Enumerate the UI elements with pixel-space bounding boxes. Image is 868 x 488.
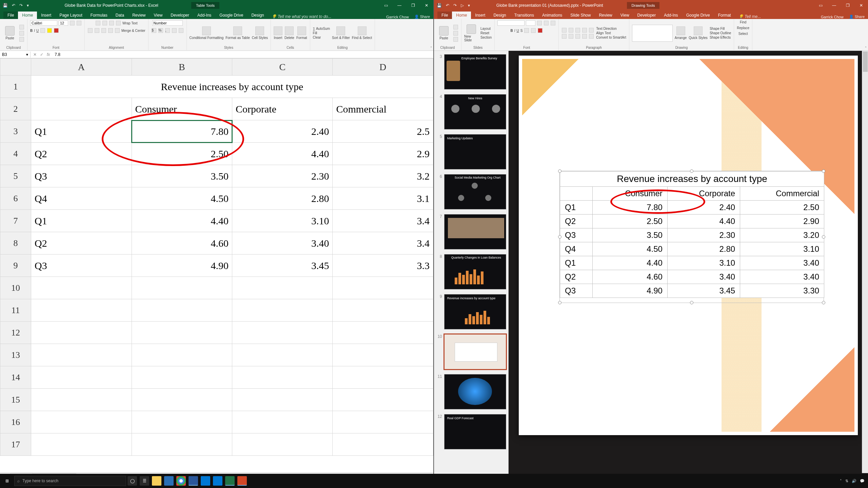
mail-icon[interactable] [201, 476, 210, 486]
tab-file[interactable]: File [3, 12, 18, 19]
font-color-icon[interactable] [538, 28, 542, 33]
text-direction-button[interactable]: Text Direction [596, 27, 626, 30]
row-8[interactable]: 8 [0, 232, 31, 255]
undo-icon[interactable]: ↶ [446, 3, 449, 8]
dec-decimal-icon[interactable] [179, 28, 183, 33]
insert-cells-button[interactable]: Insert [274, 26, 282, 40]
fx-icon[interactable]: fx [47, 52, 50, 57]
number-format-select[interactable] [152, 20, 183, 26]
arrange-button[interactable]: Arrange [675, 26, 687, 40]
increase-indent-icon[interactable] [115, 28, 120, 33]
font-name-input[interactable] [30, 20, 57, 26]
qat-more-icon[interactable]: ▾ [27, 3, 29, 8]
tab-data[interactable]: Data [112, 12, 128, 19]
columns-icon[interactable] [589, 34, 594, 39]
col-A[interactable]: A [31, 59, 132, 76]
grow-font-icon[interactable] [537, 21, 542, 25]
numbering-icon[interactable] [569, 28, 573, 33]
resize-handle[interactable] [558, 235, 561, 239]
formula-input[interactable]: 7.8 [53, 52, 433, 58]
clear-formatting-icon[interactable] [551, 21, 555, 25]
action-center-icon[interactable]: 💬 [860, 479, 865, 483]
close-button[interactable]: ✕ [854, 0, 868, 11]
cut-icon[interactable] [453, 25, 458, 29]
file-explorer-icon[interactable] [152, 476, 161, 486]
store-icon[interactable] [164, 476, 174, 486]
fill-color-icon[interactable] [47, 28, 52, 33]
resize-handle[interactable] [822, 235, 825, 239]
paste-button[interactable]: Paste [3, 26, 17, 40]
tab-review[interactable]: Review [595, 12, 616, 19]
align-middle-icon[interactable] [102, 21, 107, 25]
resize-handle[interactable] [558, 169, 561, 173]
shapes-gallery[interactable] [632, 25, 673, 42]
slide-thumb-8[interactable]: 8Quarterly Changes in Loan Balances [435, 253, 507, 291]
tab-animations[interactable]: Animations [538, 12, 566, 19]
cell-C2[interactable]: Corporate [232, 98, 333, 120]
italic-button[interactable]: I [514, 29, 515, 33]
worksheet-grid[interactable]: A B C D 1 Revenue increases by account t… [0, 58, 433, 472]
slide-thumb-9[interactable]: 9Revenue increases by account type [435, 293, 507, 331]
find-select-button[interactable]: Find & Select [352, 26, 372, 40]
format-as-table-button[interactable]: Format as Table [225, 26, 250, 40]
tab-insert[interactable]: Insert [471, 12, 489, 19]
align-right-icon[interactable] [575, 34, 580, 39]
cancel-edit-icon[interactable]: ✕ [33, 52, 37, 57]
shrink-font-icon[interactable] [544, 21, 549, 25]
inc-decimal-icon[interactable] [172, 28, 177, 33]
cell-styles-button[interactable]: Cell Styles [252, 26, 268, 40]
resize-handle[interactable] [822, 169, 825, 173]
cortana-icon[interactable]: ◯ [127, 476, 137, 486]
tab-home[interactable]: Home [18, 12, 37, 19]
format-cells-button[interactable]: Format [296, 26, 307, 40]
justify-icon[interactable] [582, 34, 587, 39]
save-icon[interactable]: 💾 [437, 3, 442, 8]
delete-cells-button[interactable]: Delete [284, 26, 294, 40]
col-C[interactable]: C [232, 59, 333, 76]
minimize-button[interactable]: — [827, 0, 841, 11]
reset-button[interactable]: Reset [480, 31, 492, 35]
row-1[interactable]: 1 [0, 76, 31, 98]
sort-filter-button[interactable]: Sort & Filter [332, 26, 350, 40]
find-button[interactable]: Find [740, 20, 746, 24]
currency-icon[interactable]: $ [152, 28, 156, 33]
tab-addins[interactable]: Add-Ins [193, 12, 215, 19]
cell-B3-selected[interactable]: 7.80 [132, 120, 232, 143]
col-B[interactable]: B [132, 59, 232, 76]
slide-v-scrollbar[interactable] [862, 51, 868, 473]
taskview-icon[interactable]: ☰ [140, 476, 149, 486]
layout-button[interactable]: Layout [480, 27, 492, 30]
slide-canvas[interactable]: Revenue increases by account type Consum… [509, 51, 868, 474]
align-right-icon[interactable] [101, 28, 106, 33]
slide-thumbnails-pane[interactable]: 3Employee Benefits Survey 4New Hires 5Ma… [434, 51, 509, 481]
tray-chevron-icon[interactable]: ˄ [840, 479, 842, 483]
merge-center-button[interactable]: Merge & Center [121, 29, 145, 33]
tab-page-layout[interactable]: Page Layout [55, 12, 86, 19]
undo-icon[interactable]: ↶ [12, 3, 15, 8]
orientation-icon[interactable] [116, 21, 121, 25]
line-spacing-icon[interactable] [589, 28, 594, 33]
cell-C3[interactable]: 2.40 [232, 120, 333, 143]
resize-handle[interactable] [558, 301, 561, 304]
tab-slideshow[interactable]: Slide Show [566, 12, 595, 19]
tab-view[interactable]: View [150, 12, 167, 19]
start-show-icon[interactable]: ▷ [461, 3, 464, 8]
tab-developer[interactable]: Developer [633, 12, 660, 19]
smartart-button[interactable]: Convert to SmartArt [596, 36, 626, 39]
row-7[interactable]: 7 [0, 210, 31, 232]
row-2[interactable]: 2 [0, 98, 31, 120]
tab-view[interactable]: View [616, 12, 633, 19]
cell-D2[interactable]: Commercial [333, 98, 433, 120]
italic-button[interactable]: I [34, 29, 35, 33]
tab-design[interactable]: Design [489, 12, 510, 19]
format-painter-icon[interactable] [19, 37, 24, 42]
confirm-edit-icon[interactable]: ✓ [40, 52, 43, 57]
resize-handle[interactable] [822, 301, 825, 304]
shape-outline-button[interactable]: Shape Outline [710, 31, 731, 35]
row-3[interactable]: 3 [0, 120, 31, 143]
font-size-input[interactable] [526, 20, 535, 26]
bold-button[interactable]: B [510, 29, 513, 33]
qat-more-icon[interactable]: ▾ [468, 3, 470, 8]
tab-formulas[interactable]: Formulas [86, 12, 112, 19]
font-name-input[interactable] [497, 20, 525, 26]
